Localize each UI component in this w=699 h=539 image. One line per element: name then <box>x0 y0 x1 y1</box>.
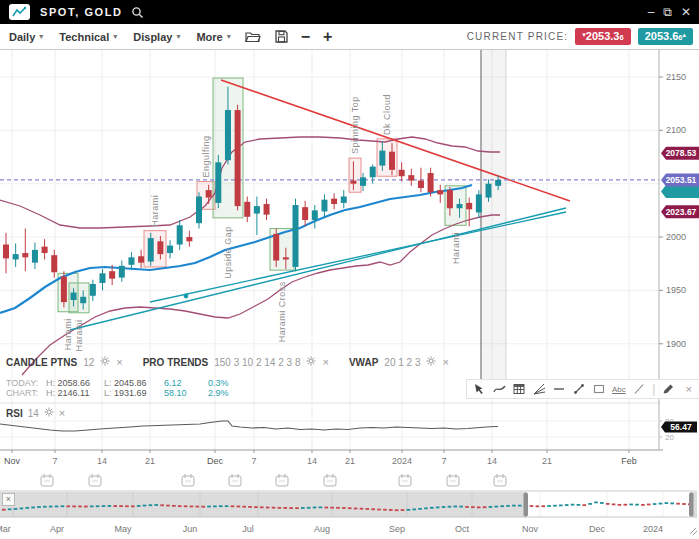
candle <box>3 245 9 259</box>
gear-icon[interactable] <box>426 356 436 368</box>
candle <box>428 173 434 192</box>
pattern-label: Engulfing <box>201 136 211 178</box>
rsi-label: RSI <box>6 408 23 419</box>
open-folder-icon[interactable] <box>245 30 261 43</box>
symbol-title: SPOT, GOLD <box>40 6 123 18</box>
pencil-tool-icon[interactable] <box>662 382 676 396</box>
restore-button[interactable]: ⧉ <box>663 6 672 18</box>
horizontal-line-tool-icon[interactable] <box>552 382 566 396</box>
candle <box>71 293 77 300</box>
chart-high: 2146.11 <box>58 388 90 398</box>
navigator-left-handle[interactable] <box>524 493 529 517</box>
candle <box>119 266 125 278</box>
x-tick-label: 14 <box>97 456 107 466</box>
zoom-out-button[interactable]: − <box>301 30 310 44</box>
bid-price-badge: ▾2053.36 <box>575 28 630 45</box>
candle <box>22 253 28 257</box>
navigator-right-handle[interactable] <box>689 493 694 517</box>
chart-toolbar: Daily ▾ Technical ▾ Display ▾ More ▾ − +… <box>0 24 699 50</box>
pattern-label: Harami <box>63 318 73 350</box>
fan-lines-tool-icon[interactable] <box>532 382 546 396</box>
remove-indicator-icon[interactable]: × <box>59 408 65 418</box>
menu-display[interactable]: Display ▾ <box>133 31 180 43</box>
trendline-handle[interactable] <box>184 294 189 299</box>
remove-indicator-icon[interactable]: × <box>116 357 122 367</box>
gear-icon[interactable] <box>100 356 110 368</box>
red-trendline[interactable] <box>221 80 570 201</box>
price-badges: 2078.532053.512023.67 <box>661 147 699 219</box>
zoom-in-button[interactable]: + <box>323 30 332 44</box>
candle <box>177 225 183 244</box>
chevron-down-icon: ▾ <box>176 32 180 41</box>
text-tool[interactable]: Abc <box>612 382 626 396</box>
x-axis-labels: Nov71421Dec71421202471421Feb <box>4 450 637 466</box>
drawing-toolbar: Abc | × <box>466 379 699 399</box>
x-tick-label: 14 <box>487 456 497 466</box>
y-tick-label: 2100 <box>666 125 686 135</box>
rsi-panel: 802056.47 <box>0 417 697 442</box>
candle <box>186 237 192 241</box>
candle <box>476 194 482 212</box>
pointer-tool-icon[interactable] <box>472 382 486 396</box>
indicator-vwap: VWAP <box>349 357 378 368</box>
candle <box>196 197 202 224</box>
candle <box>302 207 308 220</box>
resize-grip-icon[interactable] <box>690 528 697 535</box>
today-change: 6.12 <box>164 378 208 388</box>
delete-drawing-icon[interactable]: × <box>682 382 696 396</box>
today-high: 2058.66 <box>58 378 91 388</box>
gear-icon[interactable] <box>44 407 54 419</box>
rsi-level-label: 20 <box>665 433 674 442</box>
candle <box>264 204 270 215</box>
x-tick-label: 21 <box>345 456 355 466</box>
candle <box>51 255 57 272</box>
app-logo-icon <box>9 4 30 20</box>
pattern-label: Harami <box>451 232 461 264</box>
current-price-group: CURRENT PRICE: ▾2053.36 2053.66▴ <box>467 28 693 45</box>
navigator-month-label: Jul <box>242 524 254 534</box>
candle <box>128 257 134 264</box>
candle <box>293 205 299 267</box>
rectangle-tool-icon[interactable] <box>592 382 606 396</box>
navigator: MarAprMayJunJulAugSepOctNovDec2024 <box>0 492 697 535</box>
menu-technical[interactable]: Technical ▾ <box>59 31 117 43</box>
candle <box>457 204 463 208</box>
trend-segment-tool-icon[interactable] <box>572 382 586 396</box>
candle <box>90 284 96 296</box>
pattern-label: Harami Cross <box>277 281 287 342</box>
menu-more[interactable]: More ▾ <box>196 31 230 43</box>
candle <box>235 110 241 206</box>
candle <box>486 184 492 198</box>
candle <box>225 110 231 160</box>
x-tick-label: 7 <box>251 456 256 466</box>
indicator-pro-trends: PRO TRENDS <box>143 357 209 368</box>
rsi-legend: RSI 14 × <box>6 407 65 419</box>
current-price-label: CURRENT PRICE: <box>467 31 569 42</box>
candle <box>109 271 115 278</box>
y-tick-label: 1950 <box>666 285 686 295</box>
table-tool-icon[interactable] <box>512 382 526 396</box>
line-tool-icon[interactable] <box>632 382 646 396</box>
candle <box>138 256 144 262</box>
chart-percent: 2.9% <box>208 388 229 398</box>
minimize-button[interactable]: – <box>648 6 655 18</box>
today-stats: TODAY: H: 2058.66 L: 2045.86 6.12 0.3% <box>6 378 229 388</box>
gear-icon[interactable] <box>306 356 316 368</box>
remove-indicator-icon[interactable]: × <box>442 357 448 367</box>
navigator-close-button[interactable]: × <box>2 493 15 506</box>
candle <box>495 180 501 186</box>
navigator-month-label: Jun <box>183 524 198 534</box>
candle <box>254 206 260 213</box>
candle <box>331 199 337 204</box>
search-icon[interactable] <box>131 6 144 19</box>
close-button[interactable]: ✕ <box>681 6 691 18</box>
candle <box>370 167 376 178</box>
candle <box>206 190 212 197</box>
remove-indicator-icon[interactable]: × <box>322 357 328 367</box>
pattern-label: Harami <box>74 319 84 351</box>
navigator-month-label: Mar <box>0 524 11 534</box>
x-tick-label: 7 <box>441 456 446 466</box>
curve-tool-icon[interactable] <box>492 382 506 396</box>
menu-daily[interactable]: Daily ▾ <box>9 31 43 43</box>
save-icon[interactable] <box>275 30 288 43</box>
